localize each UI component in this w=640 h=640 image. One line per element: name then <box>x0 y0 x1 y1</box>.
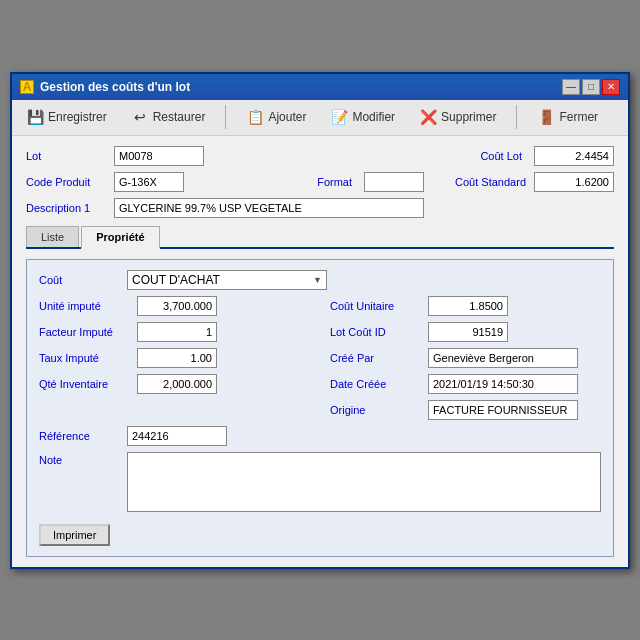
facteur-impute-label: Facteur Imputé <box>39 326 129 338</box>
qte-inventaire-row: Qté Inventaire <box>39 374 310 394</box>
lot-cout-id-row: Lot Coût ID <box>330 322 601 342</box>
window-title: Gestion des coûts d'un lot <box>40 80 190 94</box>
cout-field-label: Coût <box>39 274 119 286</box>
facteur-impute-input[interactable] <box>137 322 217 342</box>
taux-impute-label: Taux Imputé <box>39 352 129 364</box>
delete-icon: ❌ <box>419 108 437 126</box>
taux-impute-input[interactable] <box>137 348 217 368</box>
origine-row: Origine <box>330 400 601 420</box>
cout-unitaire-label: Coût Unitaire <box>330 300 420 312</box>
left-column: Unité imputé Facteur Imputé Taux Imputé … <box>39 296 310 426</box>
separator-1 <box>225 105 226 129</box>
toolbar: 💾 Enregistrer ↩ Restaurer 📋 Ajouter 📝 Mo… <box>12 100 628 136</box>
restaurer-button[interactable]: ↩ Restaurer <box>125 106 212 128</box>
cout-dropdown[interactable]: COUT D'ACHAT ▼ <box>127 270 327 290</box>
unite-impute-input[interactable] <box>137 296 217 316</box>
cout-lot-input[interactable] <box>534 146 614 166</box>
lot-cout-id-label: Lot Coût ID <box>330 326 420 338</box>
cout-unitaire-row: Coût Unitaire <box>330 296 601 316</box>
format-label: Format <box>317 176 352 188</box>
tab-liste[interactable]: Liste <box>26 226 79 247</box>
lot-label: Lot <box>26 150 106 162</box>
dropdown-arrow-icon: ▼ <box>313 275 322 285</box>
title-bar: A Gestion des coûts d'un lot — □ ✕ <box>12 74 628 100</box>
description1-input[interactable] <box>114 198 424 218</box>
maximize-button[interactable]: □ <box>582 79 600 95</box>
date-creee-row: Date Créée <box>330 374 601 394</box>
tab-propriete[interactable]: Propriété <box>81 226 159 249</box>
origine-label: Origine <box>330 404 420 416</box>
date-creee-label: Date Créée <box>330 378 420 390</box>
cout-row: Coût COUT D'ACHAT ▼ <box>39 270 601 290</box>
reference-row: Référence <box>39 426 601 446</box>
main-window: A Gestion des coûts d'un lot — □ ✕ 💾 Enr… <box>10 72 630 569</box>
taux-impute-row: Taux Imputé <box>39 348 310 368</box>
code-produit-input[interactable] <box>114 172 184 192</box>
enregistrer-button[interactable]: 💾 Enregistrer <box>20 106 113 128</box>
note-textarea[interactable] <box>127 452 601 512</box>
cree-par-row: Créé Par <box>330 348 601 368</box>
cout-standard-label: Coût Standard <box>436 176 526 188</box>
minimize-button[interactable]: — <box>562 79 580 95</box>
origine-input[interactable] <box>428 400 578 420</box>
description1-label: Description 1 <box>26 202 106 214</box>
cout-standard-input[interactable] <box>534 172 614 192</box>
code-produit-row: Code Produit Format Coût Standard <box>26 172 614 192</box>
note-row: Note <box>39 452 601 512</box>
close-button[interactable]: ✕ <box>602 79 620 95</box>
right-column: Coût Unitaire Lot Coût ID Créé Par Date … <box>330 296 601 426</box>
lot-input[interactable] <box>114 146 204 166</box>
facteur-impute-row: Facteur Imputé <box>39 322 310 342</box>
unite-impute-row: Unité imputé <box>39 296 310 316</box>
qte-inventaire-label: Qté Inventaire <box>39 378 129 390</box>
reference-label: Référence <box>39 430 119 442</box>
cree-par-input[interactable] <box>428 348 578 368</box>
note-label: Note <box>39 454 119 466</box>
cout-lot-label: Coût Lot <box>480 150 522 162</box>
unite-impute-label: Unité imputé <box>39 300 129 312</box>
lot-cout-id-input[interactable] <box>428 322 508 342</box>
ajouter-button[interactable]: 📋 Ajouter <box>240 106 312 128</box>
lot-row: Lot Coût Lot <box>26 146 614 166</box>
tabs-bar: Liste Propriété <box>26 226 614 249</box>
imprimer-button[interactable]: Imprimer <box>39 524 110 546</box>
window-icon: A <box>20 80 34 94</box>
description-row: Description 1 <box>26 198 614 218</box>
restore-icon: ↩ <box>131 108 149 126</box>
modify-icon: 📝 <box>330 108 348 126</box>
section-box: Coût COUT D'ACHAT ▼ Unité imputé Facteur… <box>26 259 614 557</box>
main-content: Lot Coût Lot Code Produit Format Coût St… <box>12 136 628 567</box>
date-creee-input[interactable] <box>428 374 578 394</box>
add-icon: 📋 <box>246 108 264 126</box>
separator-2 <box>516 105 517 129</box>
cree-par-label: Créé Par <box>330 352 420 364</box>
close-icon: 🚪 <box>537 108 555 126</box>
cout-unitaire-input[interactable] <box>428 296 508 316</box>
code-produit-label: Code Produit <box>26 176 106 188</box>
reference-input[interactable] <box>127 426 227 446</box>
format-input[interactable] <box>364 172 424 192</box>
fermer-button[interactable]: 🚪 Fermer <box>531 106 604 128</box>
modifier-button[interactable]: 📝 Modifier <box>324 106 401 128</box>
supprimer-button[interactable]: ❌ Supprimer <box>413 106 502 128</box>
save-icon: 💾 <box>26 108 44 126</box>
qte-inventaire-input[interactable] <box>137 374 217 394</box>
two-column-layout: Unité imputé Facteur Imputé Taux Imputé … <box>39 296 601 426</box>
